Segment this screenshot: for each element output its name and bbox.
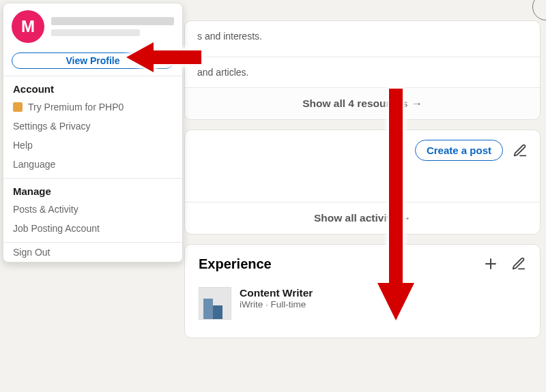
arrow-right-icon: →: [412, 97, 422, 110]
experience-title: Experience: [199, 256, 272, 272]
show-all-activity-label: Show all activity: [314, 212, 397, 224]
edit-activity-button[interactable]: [513, 143, 528, 158]
language-item[interactable]: Language: [3, 155, 182, 174]
resources-card: s and interests. and articles. Show all …: [184, 20, 541, 120]
main-column: s and interests. and articles. Show all …: [184, 20, 541, 338]
view-profile-button[interactable]: View Profile: [12, 52, 174, 69]
account-dropdown: M View Profile Account Try Premium for P…: [3, 3, 183, 262]
try-premium-label: Try Premium for PHP0: [28, 102, 124, 112]
edit-experience-button[interactable]: [511, 256, 526, 271]
show-all-activity-button[interactable]: Show all activity →: [185, 202, 540, 234]
pencil-icon: [513, 143, 528, 158]
activity-card: Create a post Show all activity →: [184, 130, 541, 235]
avatar[interactable]: M: [12, 10, 44, 43]
account-header: M: [3, 3, 182, 50]
experience-card: Experience Content Writer iWrite · Full-…: [184, 244, 541, 338]
premium-icon: [13, 102, 23, 112]
show-all-resources-label: Show all 4 resources: [302, 97, 407, 110]
profile-headline-placeholder: [51, 29, 140, 36]
try-premium-item[interactable]: Try Premium for PHP0: [3, 97, 182, 117]
experience-subtitle: iWrite · Full-time: [240, 299, 313, 310]
manage-section-title: Manage: [3, 179, 182, 200]
profile-name-placeholder: [51, 17, 174, 25]
resource-line-2: and articles.: [185, 57, 540, 87]
job-posting-item[interactable]: Job Posting Account: [3, 219, 182, 238]
help-item[interactable]: Help: [3, 136, 182, 155]
show-all-resources-button[interactable]: Show all 4 resources →: [185, 87, 540, 119]
experience-item[interactable]: Content Writer iWrite · Full-time: [199, 287, 526, 320]
circle-icon: [532, 0, 546, 20]
pencil-icon: [511, 256, 526, 271]
sign-out-item[interactable]: Sign Out: [3, 243, 182, 262]
settings-privacy-item[interactable]: Settings & Privacy: [3, 117, 182, 136]
resource-line-1: s and interests.: [185, 21, 540, 51]
add-experience-button[interactable]: [483, 256, 499, 272]
profile-name-block: [51, 17, 174, 36]
account-section-title: Account: [3, 76, 182, 97]
create-post-button[interactable]: Create a post: [415, 140, 503, 161]
posts-activity-item[interactable]: Posts & Activity: [3, 200, 182, 219]
experience-role: Content Writer: [240, 287, 313, 299]
company-logo: [199, 287, 231, 320]
plus-icon: [483, 256, 499, 272]
arrow-right-icon: →: [401, 212, 412, 224]
